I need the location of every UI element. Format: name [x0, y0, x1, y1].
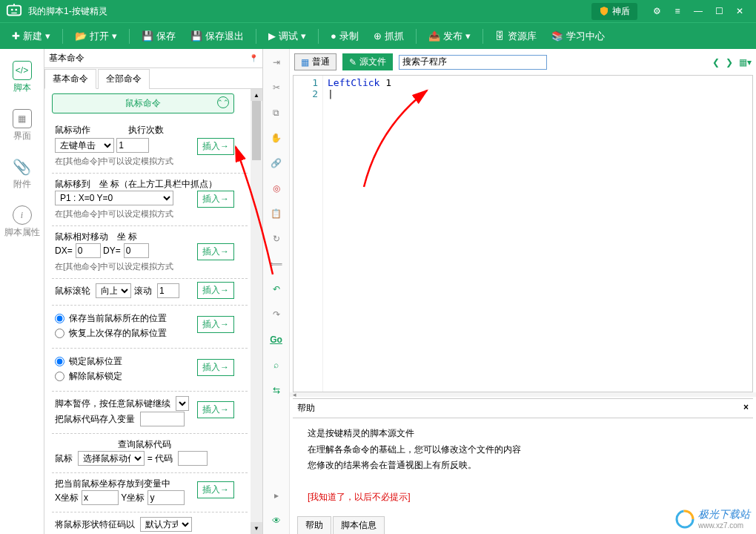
editor-toolbar: ⇥ ✂ ⧉ ✋ 🔗 ◎ 📋 ↻ ⟸ ↶ ↷ Go ⌕ ⇆ ▸ 👁 — [263, 49, 290, 534]
action-select[interactable]: 左键单击 — [55, 138, 114, 153]
insert-button[interactable]: 插入→ — [197, 359, 234, 376]
insert-button[interactable]: 插入→ — [197, 481, 234, 498]
line-gutter: 1 2 — [294, 76, 323, 392]
section-cursor-shape: 将鼠标形状特征码以 默认方式 — [52, 512, 248, 534]
new-button[interactable]: ✚ 新建 ▾ — [6, 27, 56, 46]
section-moveto: 鼠标移到 坐 标（在上方工具栏中抓点） P1 : X=0 Y=0 插入→ 在[其… — [52, 174, 248, 226]
code-editor[interactable]: 1 2 LeftClick 1 | — [293, 75, 753, 392]
search-input[interactable] — [399, 55, 547, 70]
dy-input[interactable] — [124, 243, 149, 258]
learn-button[interactable]: 📚 学习中心 — [546, 27, 611, 46]
radio-save-pos[interactable] — [55, 314, 64, 323]
debug-button[interactable]: ▶ 调试 ▾ — [262, 27, 312, 46]
insert-button[interactable]: 插入→ — [197, 401, 234, 418]
scroll-down-icon[interactable]: ▼ — [251, 522, 262, 534]
vtb-run-icon[interactable]: ⇥ — [269, 55, 284, 70]
scroll-dir-select[interactable]: 向上 — [96, 283, 131, 298]
vtb-back-icon[interactable]: ⟸ — [269, 257, 284, 271]
radio-restore-pos[interactable] — [55, 329, 64, 338]
pause-select[interactable] — [176, 396, 189, 411]
h-splitter[interactable]: ◂ — [290, 392, 756, 397]
panel-scrollbar[interactable]: ▲ ▼ — [251, 89, 262, 534]
insert-button[interactable]: 插入→ — [197, 282, 234, 299]
vtb-paste-icon[interactable]: 📋 — [269, 206, 284, 221]
next-icon[interactable]: ❯ — [726, 57, 733, 67]
pin-icon[interactable]: 📍 — [249, 54, 258, 62]
help-tab-help[interactable]: 帮助 — [297, 516, 331, 534]
panel-title: 基本命令 — [49, 52, 249, 65]
code-keyword: LeftClick — [328, 77, 379, 88]
dx-input[interactable] — [76, 243, 101, 258]
nav-attach[interactable]: 📎 附件 — [0, 153, 44, 195]
scroll-thumb[interactable] — [252, 101, 261, 160]
settings-icon[interactable]: ⚙ — [646, 1, 667, 22]
open-button[interactable]: 📂 打开 ▾ — [69, 27, 123, 46]
shape-mode-select[interactable]: 默认方式 — [140, 517, 192, 532]
editor-area: ▦ 普通 ✎ 源文件 ❮ ❯ ▦▾ 1 2 LeftClick 1 | ◂ 帮助 — [290, 49, 756, 534]
insert-button[interactable]: 插入→ — [197, 316, 234, 333]
vtb-replace-icon[interactable]: ⇆ — [269, 383, 284, 398]
radio-lock[interactable] — [55, 357, 64, 366]
main-toolbar: ✚ 新建 ▾ 📂 打开 ▾ 💾 保存 💾 保存退出 ▶ 调试 ▾ ● 录制 ⊕ … — [0, 22, 756, 49]
nav-props[interactable]: i 脚本属性 — [0, 201, 44, 243]
help-close-icon[interactable]: × — [743, 402, 749, 415]
shield-button[interactable]: 神盾 — [591, 3, 637, 20]
insert-button[interactable]: 插入→ — [197, 138, 234, 155]
mouse-action-select[interactable]: 选择鼠标动作 — [78, 451, 145, 466]
radio-unlock[interactable] — [55, 372, 64, 381]
help-title: 帮助 — [297, 402, 315, 415]
vtb-find-icon[interactable]: ⌕ — [269, 357, 284, 372]
y-var-input[interactable] — [147, 490, 185, 505]
menu-icon[interactable]: ≡ — [667, 1, 688, 22]
close-icon[interactable]: ✕ — [729, 1, 750, 22]
vtb-target-icon[interactable]: ◎ — [269, 181, 284, 196]
maximize-icon[interactable]: ☐ — [709, 1, 729, 22]
vtb-link-icon[interactable]: 🔗 — [269, 156, 284, 171]
vtb-undo-icon[interactable]: ↶ — [269, 282, 284, 297]
view-source-button[interactable]: ✎ 源文件 — [342, 53, 393, 70]
attach-icon: 📎 — [13, 157, 32, 177]
section-lock: 锁定鼠标位置 解除鼠标锁定 插入→ — [52, 349, 248, 392]
help-dismiss-link[interactable]: [我知道了，以后不必提示] — [308, 490, 738, 506]
vtb-expand-icon[interactable]: ▸ — [269, 488, 284, 503]
vtb-cut-icon[interactable]: ✂ — [269, 80, 284, 95]
save-exit-button[interactable]: 💾 保存退出 — [185, 27, 250, 46]
insert-button[interactable]: 插入→ — [197, 243, 234, 260]
vtb-eye-icon[interactable]: 👁 — [269, 513, 284, 528]
insert-button[interactable]: 插入→ — [197, 191, 234, 208]
scroll-up-icon[interactable]: ▲ — [251, 89, 262, 101]
prev-icon[interactable]: ❮ — [712, 57, 720, 67]
var-input[interactable] — [140, 412, 185, 426]
grab-button[interactable]: ⊕ 抓抓 — [368, 27, 410, 46]
minimize-icon[interactable]: — — [688, 1, 709, 22]
nav-script[interactable]: </> 脚本 — [0, 56, 44, 99]
count-input[interactable] — [116, 138, 149, 153]
section-click: 鼠标动作 执行次数 左键单击 在[其他命令]中可以设定模拟方式 插入→ — [52, 118, 248, 174]
nav-ui[interactable]: ▦ 界面 — [0, 105, 44, 147]
point-select[interactable]: P1 : X=0 Y=0 — [55, 191, 173, 205]
section-query: 查询鼠标代码 鼠标 选择鼠标动作 = 代码 — [52, 434, 248, 473]
code-output[interactable] — [178, 451, 208, 466]
vtb-copy-icon[interactable]: ⧉ — [269, 105, 284, 120]
collapse-icon[interactable]: ⌃⌃ — [217, 96, 229, 108]
publish-button[interactable]: 📤 发布 ▾ — [422, 27, 477, 46]
grid-menu-icon[interactable]: ▦▾ — [739, 57, 752, 67]
svg-rect-0 — [7, 6, 21, 16]
vtb-hand-icon[interactable]: ✋ — [269, 131, 284, 145]
save-button[interactable]: 💾 保存 — [136, 27, 182, 46]
view-normal-button[interactable]: ▦ 普通 — [294, 53, 336, 70]
resources-button[interactable]: 🗄 资源库 — [489, 27, 543, 46]
ui-icon: ▦ — [13, 109, 32, 128]
category-mouse[interactable]: 鼠标命令 ⌃⌃ — [52, 93, 234, 113]
record-button[interactable]: ● 录制 — [325, 27, 365, 46]
vtb-loop-icon[interactable]: ↻ — [269, 231, 284, 246]
vtb-go-icon[interactable]: Go — [269, 332, 284, 347]
tab-basic[interactable]: 基本命令 — [44, 69, 96, 89]
watermark: 极光下载站 www.xz7.com — [674, 508, 750, 530]
help-tab-info[interactable]: 脚本信息 — [333, 516, 385, 534]
vtb-redo-icon[interactable]: ↷ — [269, 307, 284, 322]
window-title: 我的脚本1-按键精灵 — [28, 5, 591, 18]
tab-all[interactable]: 全部命令 — [98, 69, 150, 89]
x-var-input[interactable] — [82, 490, 119, 505]
scroll-amount-input[interactable] — [157, 283, 179, 298]
